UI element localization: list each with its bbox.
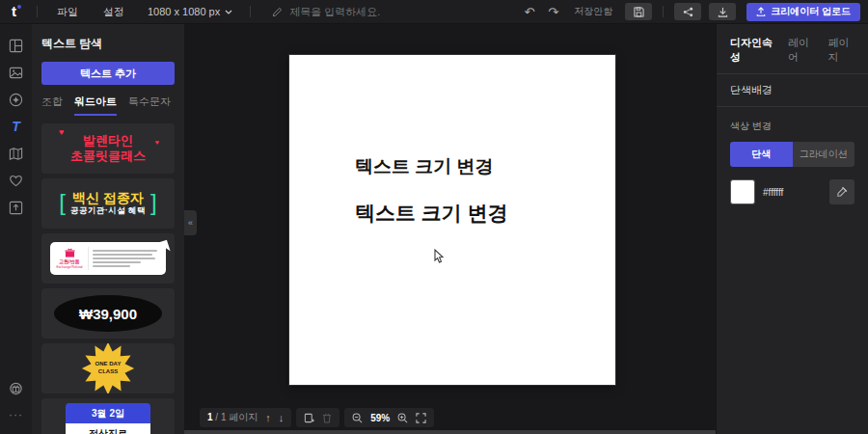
wordart-item-schedule[interactable]: 3월 2일 정상진료 <box>41 398 175 434</box>
text-line <box>93 250 157 252</box>
starburst: ONE DAY CLASS <box>80 343 136 393</box>
share-button[interactable] <box>674 3 701 20</box>
wordart-item-price[interactable]: ₩39,900 <box>41 288 175 339</box>
oneday-text: ONE DAY CLASS <box>95 361 122 376</box>
oneday-line1: ONE DAY <box>95 361 122 368</box>
canvas-text-large[interactable]: 텍스트 크기 변경 <box>355 200 508 227</box>
page-edit-group <box>296 408 339 427</box>
text-icon: T <box>12 119 20 134</box>
gift-box-icon <box>65 248 75 258</box>
bracket-open: [ <box>59 191 66 214</box>
canvas-size-dropdown[interactable]: 1080 x 1080 px <box>138 6 242 17</box>
heart-icon <box>9 174 23 188</box>
sidebar-item-map[interactable] <box>3 140 30 167</box>
zoom-in-button[interactable] <box>397 413 408 423</box>
fit-screen-icon <box>416 413 426 423</box>
color-hex-value[interactable]: #ffffff <box>763 187 822 198</box>
upload-box-icon <box>9 201 23 215</box>
speech-bubble: 교환/반품 Exchange/Refund <box>50 242 166 275</box>
image-icon <box>9 66 23 80</box>
tab-combination[interactable]: 조합 <box>41 95 63 116</box>
mouse-cursor <box>434 249 446 264</box>
template-icon <box>9 39 23 53</box>
share-icon <box>683 7 693 17</box>
chevrons-left-icon: « <box>188 218 193 228</box>
left-icon-rail: T ··· <box>0 24 32 434</box>
menu-file[interactable]: 파일 <box>45 5 90 19</box>
menu-settings[interactable]: 설정 <box>92 5 136 19</box>
trash-icon <box>322 413 332 423</box>
wordart-item-valentine[interactable]: ♥ 발렌타인 초콜릿클래스 ♥ <box>41 123 175 174</box>
download-button[interactable] <box>709 3 736 20</box>
rail-bottom: ··· <box>3 374 30 434</box>
tab-special-chars[interactable]: 특수문자 <box>128 95 171 116</box>
tab-pages[interactable]: 페이지 <box>827 36 854 65</box>
page-up-icon[interactable]: ↑ <box>265 413 271 423</box>
vaccine-lines: 백신 접종자 공공기관·시설 혜택 <box>70 190 146 218</box>
download-icon <box>718 7 728 17</box>
schedule-status: 정상진료 <box>66 423 150 434</box>
canvas-text-small[interactable]: 텍스트 크기 변경 <box>355 154 494 179</box>
panel-collapse-handle[interactable]: « <box>184 210 197 235</box>
more-icon: ··· <box>9 408 23 421</box>
gradient-button[interactable]: 그라데이션 <box>793 142 855 167</box>
eyedropper-icon <box>836 186 848 198</box>
zoom-out-button[interactable] <box>352 413 363 423</box>
creator-upload-button[interactable]: 크리에이터 업로드 <box>746 3 860 21</box>
canvas-workspace[interactable]: « 텍스트 크기 변경 텍스트 크기 변경 1 / 1 페이지 ↑ ↓ <box>184 24 716 434</box>
eyedropper-button[interactable] <box>829 179 854 204</box>
app-logo[interactable]: t <box>8 3 29 20</box>
exchange-label: 교환/반품 <box>59 258 79 264</box>
add-text-button[interactable]: 텍스트 추가 <box>41 62 175 85</box>
sidebar-item-text[interactable]: T <box>3 113 30 140</box>
upload-icon <box>756 7 766 16</box>
color-picker-row: #ffffff <box>730 179 854 204</box>
floppy-icon <box>634 7 644 17</box>
zoom-out-icon <box>352 413 363 423</box>
sidebar-item-rewards[interactable] <box>3 374 30 401</box>
vaccine-text: [ 백신 접종자 공공기관·시설 혜택 ] <box>59 190 157 218</box>
undo-icon[interactable]: ↶ <box>518 6 540 18</box>
color-change-label: 색상 변경 <box>730 120 854 133</box>
redo-icon[interactable]: ↷ <box>542 6 564 18</box>
sidebar-item-templates[interactable] <box>3 32 30 59</box>
canvas-size-value: 1080 x 1080 px <box>148 6 220 17</box>
sidebar-item-more[interactable]: ··· <box>3 401 30 428</box>
wordart-item-oneday-class[interactable]: ONE DAY CLASS <box>41 343 175 393</box>
horizontal-scrollbar[interactable] <box>184 430 716 434</box>
save-button[interactable] <box>625 3 652 20</box>
page-down-icon[interactable]: ↓ <box>279 413 285 423</box>
wordart-item-vaccine[interactable]: [ 백신 접종자 공공기관·시설 혜택 ] <box>41 178 175 229</box>
valentine-line2: 초콜릿클래스 <box>70 149 146 164</box>
map-icon <box>9 147 23 161</box>
document-title-input[interactable]: 제목을 입력하세요. <box>272 5 380 19</box>
sidebar-item-elements[interactable] <box>3 86 30 113</box>
element-icon <box>9 93 23 107</box>
fit-screen-button[interactable] <box>416 413 426 423</box>
vaccine-line2: 공공기관·시설 혜택 <box>70 205 146 217</box>
bottom-toolbar: 1 / 1 페이지 ↑ ↓ 59% <box>200 408 434 427</box>
sidebar-item-uploads[interactable] <box>3 194 30 221</box>
zoom-level[interactable]: 59% <box>370 413 390 423</box>
add-page-button[interactable] <box>304 413 314 423</box>
schedule-badge: 3월 2일 정상진료 <box>66 403 150 434</box>
delete-page-button[interactable] <box>322 413 332 423</box>
page-nav-group: 1 / 1 페이지 ↑ ↓ <box>200 408 291 427</box>
properties-tabs: 디자인속성 레이어 페이지 <box>717 24 868 74</box>
valentine-line1: 발렌타인 <box>70 133 146 149</box>
sidebar-item-images[interactable] <box>3 59 30 86</box>
heart-decoration: ♥ <box>155 139 159 148</box>
tab-layers[interactable]: 레이어 <box>788 36 815 65</box>
wordart-item-exchange-bubble[interactable]: 교환/반품 Exchange/Refund <box>41 233 175 284</box>
tab-wordart[interactable]: 워드아트 <box>74 95 117 116</box>
tab-design-properties[interactable]: 디자인속성 <box>730 36 774 65</box>
color-swatch[interactable] <box>730 179 755 204</box>
oneday-line2: CLASS <box>95 368 122 376</box>
background-section-title: 단색배경 <box>717 74 868 107</box>
design-page-canvas[interactable]: 텍스트 크기 변경 텍스트 크기 변경 <box>289 55 615 385</box>
solid-color-button[interactable]: 단색 <box>730 142 793 167</box>
background-controls: 색상 변경 단색 그라데이션 #ffffff <box>717 107 868 217</box>
sidebar-item-favorites[interactable] <box>3 167 30 194</box>
logo-dot <box>17 5 21 9</box>
exchange-sublabel: Exchange/Refund <box>56 264 82 268</box>
